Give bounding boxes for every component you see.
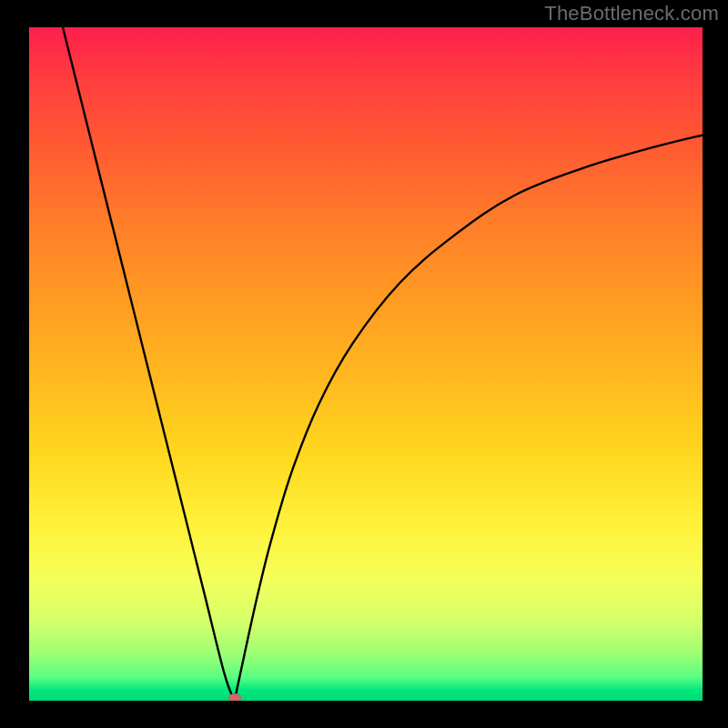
minimum-marker <box>228 693 241 701</box>
bottleneck-curve <box>29 27 703 701</box>
curve-path <box>63 27 703 701</box>
plot-area <box>29 27 703 701</box>
chart-frame: TheBottleneck.com <box>0 0 728 728</box>
watermark-text: TheBottleneck.com <box>544 2 719 25</box>
